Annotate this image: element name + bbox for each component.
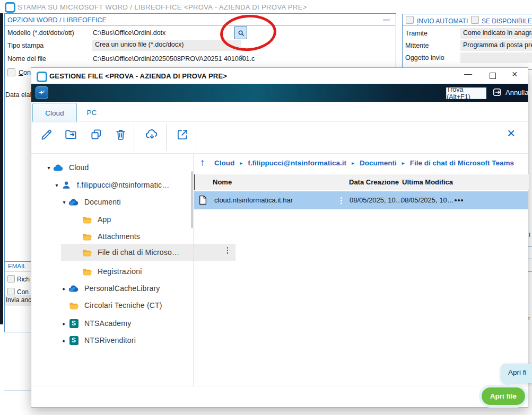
breadcrumb-separator-icon: ▸ (402, 160, 405, 166)
apri-file-button[interactable]: Apri file (482, 387, 525, 405)
breadcrumb-item-documenti[interactable]: Documenti (360, 159, 397, 167)
se-disponibile-checkbox[interactable] (471, 16, 479, 24)
pencil-icon (40, 128, 54, 142)
tree-item-app[interactable]: App (31, 211, 236, 227)
dialog-footer (31, 386, 528, 407)
modello-value[interactable]: C:\Bus\Office\Ordini.dotx (93, 29, 165, 37)
chevron-right-icon[interactable]: ▸ (60, 321, 68, 326)
tab-pc[interactable]: PC (77, 103, 107, 122)
onedrive-icon (68, 284, 80, 293)
invia-anche-label: Invia anc (5, 295, 32, 306)
cloud-download-icon (145, 128, 159, 142)
tree-item-label: Cloud (69, 163, 89, 172)
user-icon (60, 180, 72, 190)
tipo-stampa-label: Tipo stampa (7, 42, 43, 49)
chevron-right-icon[interactable]: ▸ (60, 286, 68, 292)
tree-item-circolari-tecniche[interactable]: Circolari Tecniche (CT) (31, 297, 222, 313)
nome-file-value[interactable]: C:\Bus\Office\Ordini20250508PROVA20251 4… (93, 55, 255, 63)
assistant-sparkle-button[interactable] (36, 86, 48, 99)
invio-automatico-checkbox[interactable] (406, 16, 414, 24)
navigate-up-button[interactable]: ↑ (200, 157, 205, 169)
external-link-icon (176, 128, 189, 142)
chevron-right-icon[interactable]: ▸ (60, 338, 68, 343)
tramite-value[interactable]: Come indicato in anagrafica (460, 28, 532, 39)
breadcrumb-item-file-di-chat[interactable]: File di chat di Microsoft Teams (410, 159, 514, 167)
tree-item-ntsrivenditori[interactable]: ▸ S NTSRivenditori (31, 332, 222, 348)
breadcrumb-item-account[interactable]: f.filippucci@ntsinformatica.it (248, 159, 346, 167)
row-more-actions-icon[interactable] (455, 199, 457, 201)
screen: STAMPA SU MICROSOFT WORD / LIBREOFFICE <… (0, 0, 532, 415)
nome-file-search-icon[interactable] (238, 54, 246, 64)
edge-fragment-text-2: r (528, 315, 530, 321)
chevron-down-icon[interactable]: ▾ (45, 165, 53, 171)
tree-item-label: NTSRivenditori (84, 336, 136, 345)
breadcrumb-item-cloud[interactable]: Cloud (214, 159, 234, 167)
close-icon[interactable]: × (512, 70, 518, 78)
tree-item-label: App (98, 215, 111, 224)
tab-row-divider (31, 121, 528, 122)
move-to-folder-button[interactable] (64, 128, 78, 144)
file-name: cloud.ntsinformatica.it.har (214, 196, 293, 204)
oggetto-invio-value[interactable] (460, 52, 532, 63)
delete-button[interactable] (114, 128, 127, 143)
background-window-title: STAMPA SU MICROSOFT WORD / LIBREOFFICE <… (18, 3, 307, 11)
tree-item-cloud[interactable]: ▾ Cloud (31, 160, 207, 175)
tramite-label: Tramite (405, 30, 428, 37)
chevron-down-icon[interactable]: ▾ (60, 199, 68, 205)
chevron-down-icon[interactable]: ▾ (53, 182, 60, 188)
tree-item-label: Attachments (98, 232, 140, 241)
cancel-button[interactable]: Annulla (492, 87, 528, 98)
sparkle-icon (38, 89, 46, 96)
rename-button[interactable] (40, 128, 54, 144)
data-elab-label: Data elab (5, 91, 31, 99)
tab-cloud[interactable]: Cloud (32, 103, 77, 122)
trash-icon (114, 128, 127, 141)
tree-item-label: Documenti (84, 198, 121, 206)
tipo-stampa-select[interactable]: Crea un unico file (*.doc/docx) (92, 40, 241, 51)
sharepoint-icon: S (68, 336, 80, 345)
se-disponibile-label: SE DISPONIBILE, (482, 17, 532, 25)
tree-item-documenti[interactable]: ▾ Documenti (31, 194, 222, 210)
find-button[interactable]: Trova (Alt+F1) (446, 87, 486, 99)
copy-button[interactable] (89, 128, 103, 144)
tree-item-file-di-chat[interactable]: File di chat di Microso… (31, 244, 236, 261)
table-row[interactable]: cloud.ntsinformatica.it.har 08/05/2025, … (194, 191, 528, 209)
minimize-icon[interactable]: — (464, 70, 472, 77)
tree-item-attachments[interactable]: Attachments (31, 228, 236, 244)
email-group-title: EMAIL (8, 263, 27, 269)
column-header-ultima-modifica[interactable]: Ultima Modifica (402, 178, 453, 186)
edge-line-3 (528, 271, 532, 272)
column-header-nome[interactable]: Nome (213, 178, 232, 186)
dialog-dark-toolbar: Trova (Alt+F1) Annulla (31, 84, 528, 102)
folder-icon (81, 248, 93, 257)
mittente-value[interactable]: Programma di posta predefinito (460, 40, 532, 51)
maximize-icon[interactable] (490, 73, 496, 79)
column-header-data-creazione[interactable]: Data Creazione (349, 178, 399, 186)
breadcrumb-separator-icon: ▸ (352, 160, 354, 166)
breadcrumb-separator-icon: ▸ (240, 160, 242, 166)
row-kebab-icon[interactable] (341, 197, 342, 199)
email-header-divider (5, 271, 31, 271)
tree-item-personalcachelibrary[interactable]: ▸ PersonalCacheLibrary (31, 280, 222, 296)
file-modified-date: 08/05/2025, 10… (401, 196, 454, 204)
close-panel-icon[interactable]: × (507, 126, 515, 140)
folder-icon (81, 267, 93, 276)
app-logo-icon (5, 2, 15, 13)
open-external-button[interactable] (176, 128, 189, 144)
file-created-date: 08/05/2025, 10… (350, 196, 403, 204)
opzioni-group-title: OPZIONI WORD / LIBREOFFICE (7, 16, 107, 24)
sharepoint-icon: S (68, 319, 80, 328)
tree-item-ntsacademy[interactable]: ▸ S NTSAcademy (31, 315, 222, 331)
email-checkbox-2[interactable] (7, 288, 15, 295)
con-checkbox[interactable] (7, 68, 15, 76)
download-button[interactable] (145, 128, 159, 144)
email-checkbox-2-label: Con (17, 288, 31, 296)
folder-icon (81, 232, 93, 241)
tree-item-registrazioni[interactable]: Registrazioni (31, 263, 236, 279)
background-dark-edge (0, 13, 3, 324)
opzioni-collapse-button[interactable]: — (383, 16, 390, 23)
tree-item-label: Registrazioni (98, 267, 142, 276)
email-checkbox-1[interactable] (7, 275, 15, 282)
edge-fragment-text-1: I (529, 232, 530, 238)
tree-item-account[interactable]: ▾ f.filippucci@ntsinformatic… (31, 177, 215, 193)
